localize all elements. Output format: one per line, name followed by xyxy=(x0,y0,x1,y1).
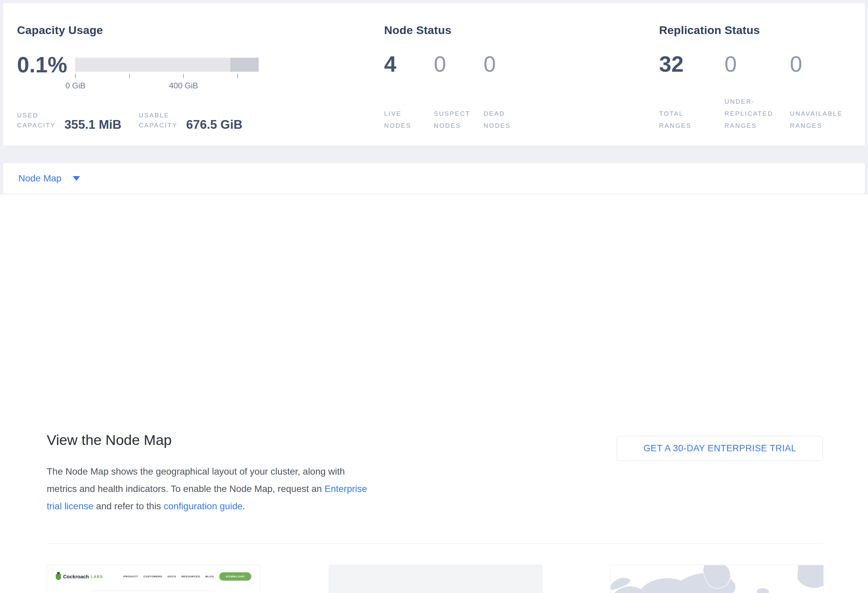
unavailable-ranges-label: UNAVAILABLE RANGES xyxy=(790,108,855,132)
under-replicated-ranges-label: UNDER- REPLICATED RANGES xyxy=(725,96,790,132)
node-map-dropdown-label: Node Map xyxy=(18,173,61,184)
step1-card: Cockroach LABS PRODUCT CUSTOMERS DOCS RE… xyxy=(47,565,260,593)
total-ranges-value: 32 xyxy=(659,53,725,75)
live-nodes-value: 4 xyxy=(384,53,434,75)
total-ranges-label: TOTAL RANGES xyxy=(659,108,725,132)
suspect-nodes-label: SUSPECT NODES xyxy=(434,108,484,132)
axis-tick xyxy=(75,74,76,78)
cockroach-labs-logo: Cockroach LABS xyxy=(56,573,103,580)
usable-capacity-label: USABLE CAPACITY xyxy=(139,110,177,130)
mini-site-header: Cockroach LABS PRODUCT CUSTOMERS DOCS RE… xyxy=(47,565,260,581)
cluster-overview-page: Capacity Usage 0.1% 0 GiB 400 GiB USED C… xyxy=(0,0,868,593)
node-map-description: The Node Map shows the geographical layo… xyxy=(47,463,369,515)
axis-tick xyxy=(129,74,130,78)
axis-tick-label: 0 GiB xyxy=(49,81,102,90)
live-nodes-label: LIVE NODES xyxy=(384,108,434,132)
suspect-nodes-value: 0 xyxy=(434,53,484,75)
axis-tick xyxy=(183,74,184,78)
capacity-bar-axis: 0 GiB 400 GiB xyxy=(75,74,258,94)
step3-card: 1 geo=sfo 2 Nodes 9% xyxy=(610,565,824,593)
section-divider xyxy=(47,543,822,544)
usable-capacity-metric: USABLE CAPACITY 676.5 GiB xyxy=(139,110,243,130)
view-selector-bar: Node Map xyxy=(3,162,865,194)
usable-capacity-value: 676.5 GiB xyxy=(186,118,243,132)
dead-nodes-value: 0 xyxy=(484,53,533,75)
node-map-preview: 1 geo=sfo 2 Nodes 9% xyxy=(610,565,823,593)
unavailable-ranges-value: 0 xyxy=(790,53,855,75)
dead-nodes-label: DEAD NODES xyxy=(484,108,533,132)
replication-status-values: 32 0 0 xyxy=(659,53,855,75)
capacity-usage-bar xyxy=(75,58,258,72)
chevron-down-icon xyxy=(73,176,80,181)
capacity-usage-title: Capacity Usage xyxy=(17,24,103,37)
step2-card: > SET CLUSTER SETTING CLUSTER.ORGANIZATI… xyxy=(329,565,542,593)
used-capacity-value: 355.1 MiB xyxy=(64,118,121,132)
configuration-guide-link[interactable]: configuration guide xyxy=(164,501,243,511)
mini-download-button: DOWNLOAD xyxy=(219,572,251,581)
node-map-intro-section: View the Node Map The Node Map shows the… xyxy=(0,194,868,593)
mini-registration-form: Register for a 30-day trial license FIRS… xyxy=(92,591,215,593)
mini-site-nav: PRODUCT CUSTOMERS DOCS RESOURCES BLOG DO… xyxy=(124,572,251,581)
cluster-summary-panel: Capacity Usage 0.1% 0 GiB 400 GiB USED C… xyxy=(3,3,865,146)
world-map xyxy=(610,565,823,593)
used-capacity-label: USED CAPACITY xyxy=(17,110,56,130)
under-replicated-ranges-value: 0 xyxy=(725,53,790,75)
node-status-values: 4 0 0 xyxy=(384,53,533,75)
capacity-used-percent: 0.1% xyxy=(17,54,67,76)
node-status-labels: LIVE NODES SUSPECT NODES DEAD NODES xyxy=(384,90,533,132)
node-map-view-dropdown[interactable]: Node Map xyxy=(3,163,865,194)
replication-status-title: Replication Status xyxy=(659,24,760,37)
sql-commands-panel: > SET CLUSTER SETTING CLUSTER.ORGANIZATI… xyxy=(329,565,542,593)
get-enterprise-trial-button[interactable]: GET A 30-DAY ENTERPRISE TRIAL xyxy=(617,436,823,461)
replication-status-labels: TOTAL RANGES UNDER- REPLICATED RANGES UN… xyxy=(659,90,855,132)
capacity-metrics: USED CAPACITY 355.1 MiB USABLE CAPACITY … xyxy=(17,110,242,130)
node-status-title: Node Status xyxy=(384,24,452,37)
cockroach-bug-icon xyxy=(56,573,61,580)
used-capacity-metric: USED CAPACITY 355.1 MiB xyxy=(17,110,121,130)
page-title: View the Node Map xyxy=(47,432,172,448)
axis-tick-label: 400 GiB xyxy=(157,81,210,90)
capacity-bar-reserved-segment xyxy=(230,58,258,72)
axis-tick xyxy=(237,74,238,78)
trial-license-form-thumbnail: Cockroach LABS PRODUCT CUSTOMERS DOCS RE… xyxy=(47,565,260,593)
